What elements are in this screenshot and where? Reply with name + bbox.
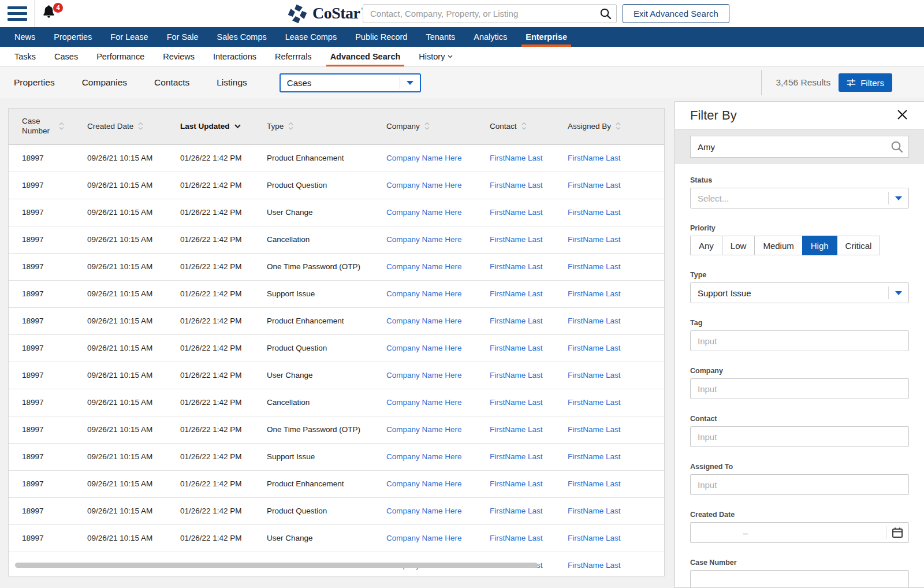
nav-item-public-record[interactable]: Public Record xyxy=(346,27,416,47)
assigned-by-link[interactable]: FirstName Last xyxy=(568,262,621,271)
assigned-by-link[interactable]: FirstName Last xyxy=(568,371,621,379)
company-link[interactable]: Company Name Here xyxy=(386,235,462,244)
subnav-item-reviews[interactable]: Reviews xyxy=(154,47,204,66)
table-row[interactable]: 18997 09/26/21 10:15 AM 01/26/22 1:42 PM… xyxy=(9,226,665,253)
column-header-case-number[interactable]: Case Number xyxy=(9,109,87,144)
assigned-by-link[interactable]: FirstName Last xyxy=(568,425,621,434)
nav-item-for-lease[interactable]: For Lease xyxy=(101,27,157,47)
priority-option-low[interactable]: Low xyxy=(722,236,755,255)
assigned-by-link[interactable]: FirstName Last xyxy=(568,154,621,162)
column-header-type[interactable]: Type xyxy=(267,109,386,144)
table-row[interactable]: 18997 09/26/21 10:15 AM 01/26/22 1:42 PM… xyxy=(9,524,665,552)
company-link[interactable]: Company Name Here xyxy=(386,479,462,488)
search-icon[interactable] xyxy=(891,140,903,153)
status-dropdown[interactable]: Select... xyxy=(690,188,909,209)
table-row[interactable]: 18997 09/26/21 10:15 AM 01/26/22 1:42 PM… xyxy=(9,389,665,416)
subnav-item-performance[interactable]: Performance xyxy=(87,47,154,66)
entity-tab-properties[interactable]: Properties xyxy=(14,77,55,88)
company-link[interactable]: Company Name Here xyxy=(386,425,462,434)
company-link[interactable]: Company Name Here xyxy=(386,507,462,515)
assigned-by-link[interactable]: FirstName Last xyxy=(568,289,621,298)
filters-button[interactable]: Filters xyxy=(839,73,892,92)
column-header-created-date[interactable]: Created Date xyxy=(87,109,180,144)
global-search-input[interactable] xyxy=(363,4,617,23)
company-link[interactable]: Company Name Here xyxy=(386,154,462,162)
assigned-by-link[interactable]: FirstName Last xyxy=(568,398,621,407)
assigned-by-link[interactable]: FirstName Last xyxy=(568,452,621,461)
company-link[interactable]: Company Name Here xyxy=(386,181,462,189)
contact-link[interactable]: FirstName Last xyxy=(490,154,543,162)
assigned-by-link[interactable]: FirstName Last xyxy=(568,181,621,189)
table-row[interactable]: 18997 09/26/21 10:15 AM 01/26/22 1:42 PM… xyxy=(9,497,665,524)
nav-item-enterprise[interactable]: Enterprise xyxy=(516,27,576,47)
case-number-input[interactable] xyxy=(691,571,908,588)
filter-search-input[interactable] xyxy=(690,136,909,158)
contact-link[interactable]: FirstName Last xyxy=(490,317,543,325)
table-row[interactable]: 18997 09/26/21 10:15 AM 01/26/22 1:42 PM… xyxy=(9,470,665,497)
column-header-last-updated[interactable]: Last Updated xyxy=(180,109,267,144)
exit-advanced-search-button[interactable]: Exit Advanced Search xyxy=(623,4,729,23)
table-row[interactable]: 18997 09/26/21 10:15 AM 01/26/22 1:42 PM… xyxy=(9,280,665,307)
company-link[interactable]: Company Name Here xyxy=(386,317,462,325)
table-row[interactable]: 18997 09/26/21 10:15 AM 01/26/22 1:42 PM… xyxy=(9,334,665,362)
contact-link[interactable]: FirstName Last xyxy=(490,235,543,244)
table-row[interactable]: 18997 09/26/21 10:15 AM 01/26/22 1:42 PM… xyxy=(9,416,665,443)
table-row[interactable]: 18997 09/26/21 10:15 AM 01/26/22 1:42 PM… xyxy=(9,172,665,199)
priority-option-critical[interactable]: Critical xyxy=(837,236,881,255)
contact-link[interactable]: FirstName Last xyxy=(490,371,543,379)
notifications-button[interactable]: 4 xyxy=(42,5,59,22)
table-row[interactable]: 18997 09/26/21 10:15 AM 01/26/22 1:42 PM… xyxy=(9,199,665,226)
type-dropdown[interactable]: Support Issue xyxy=(690,282,909,303)
nav-item-analytics[interactable]: Analytics xyxy=(464,27,516,47)
company-link[interactable]: Company Name Here xyxy=(386,452,462,461)
subnav-item-history[interactable]: History xyxy=(409,47,462,66)
column-header-assigned-by[interactable]: Assigned By xyxy=(568,109,665,144)
company-link[interactable]: Company Name Here xyxy=(386,398,462,407)
assigned-by-link[interactable]: FirstName Last xyxy=(568,534,621,542)
priority-option-medium[interactable]: Medium xyxy=(754,236,802,255)
contact-link[interactable]: FirstName Last xyxy=(490,398,543,407)
company-link[interactable]: Company Name Here xyxy=(386,534,462,542)
contact-link[interactable]: FirstName Last xyxy=(490,262,543,271)
hamburger-menu-icon[interactable] xyxy=(8,6,27,21)
assigned-by-link[interactable]: FirstName Last xyxy=(568,208,621,217)
table-row[interactable]: 18997 09/26/21 10:15 AM 01/26/22 1:42 PM… xyxy=(9,144,665,172)
contact-link[interactable]: FirstName Last xyxy=(490,181,543,189)
entity-tab-listings[interactable]: Listings xyxy=(217,77,247,88)
company-input[interactable] xyxy=(691,379,908,399)
table-row[interactable]: 18997 09/26/21 10:15 AM 01/26/22 1:42 PM… xyxy=(9,307,665,334)
column-header-contact[interactable]: Contact xyxy=(490,109,568,144)
contact-input[interactable] xyxy=(691,427,908,446)
table-row[interactable]: 18997 09/26/21 10:15 AM 01/26/22 1:42 PM… xyxy=(9,253,665,280)
subnav-item-cases[interactable]: Cases xyxy=(45,47,87,66)
table-row[interactable]: 18997 09/26/21 10:15 AM 01/26/22 1:42 PM… xyxy=(9,362,665,389)
subnav-item-tasks[interactable]: Tasks xyxy=(5,47,45,66)
assigned-by-link[interactable]: FirstName Last xyxy=(568,507,621,515)
company-link[interactable]: Company Name Here xyxy=(386,208,462,217)
contact-link[interactable]: FirstName Last xyxy=(490,534,543,542)
priority-option-any[interactable]: Any xyxy=(690,236,722,255)
contact-link[interactable]: FirstName Last xyxy=(490,425,543,434)
tag-input[interactable] xyxy=(691,331,908,351)
contact-link[interactable]: FirstName Last xyxy=(490,344,543,352)
entity-type-dropdown[interactable]: Cases xyxy=(280,73,421,92)
search-icon[interactable] xyxy=(599,8,612,20)
company-link[interactable]: Company Name Here xyxy=(386,262,462,271)
entity-tab-contacts[interactable]: Contacts xyxy=(154,77,189,88)
entity-tab-companies[interactable]: Companies xyxy=(82,77,127,88)
company-link[interactable]: Company Name Here xyxy=(386,344,462,352)
subnav-item-interactions[interactable]: Interactions xyxy=(204,47,266,66)
contact-link[interactable]: FirstName Last xyxy=(490,452,543,461)
company-link[interactable]: Company Name Here xyxy=(386,289,462,298)
contact-link[interactable]: FirstName Last xyxy=(490,208,543,217)
horizontal-scrollbar[interactable] xyxy=(15,563,538,568)
table-row[interactable]: 18997 09/26/21 10:15 AM 01/26/22 1:42 PM… xyxy=(9,443,665,470)
assigned-by-link[interactable]: FirstName Last xyxy=(568,479,621,488)
close-filter-panel-button[interactable] xyxy=(895,107,910,124)
company-link[interactable]: Company Name Here xyxy=(386,371,462,379)
priority-option-high[interactable]: High xyxy=(802,236,837,255)
nav-item-for-sale[interactable]: For Sale xyxy=(158,27,208,47)
subnav-item-advanced-search[interactable]: Advanced Search xyxy=(321,47,410,66)
assigned-to-input[interactable] xyxy=(691,475,908,494)
created-date-range-input[interactable]: – xyxy=(690,522,909,543)
